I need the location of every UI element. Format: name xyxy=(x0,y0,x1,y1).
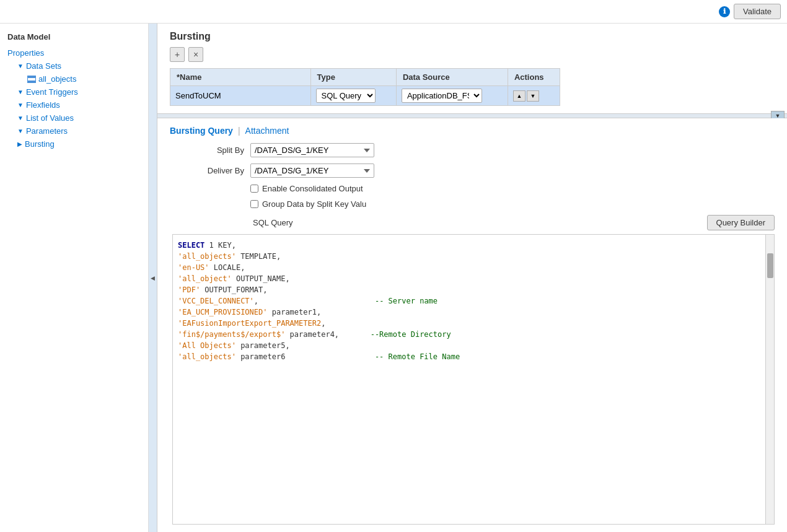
tab-divider: | xyxy=(238,126,240,136)
sidebar-title: Data Model xyxy=(0,30,148,46)
col-header-name: *Name xyxy=(170,69,311,86)
remove-bursting-button[interactable]: × xyxy=(188,47,203,62)
sql-label-row: SQL Query Query Builder xyxy=(170,215,775,230)
sidebar-item-flexfields[interactable]: ▼ Flexfields xyxy=(0,98,148,111)
lov-label: List of Values xyxy=(26,113,74,123)
event-triggers-label: Event Triggers xyxy=(26,87,78,97)
sidebar-item-datasets[interactable]: ▼ Data Sets xyxy=(0,59,148,72)
group-data-label-spacer xyxy=(170,199,244,209)
sql-line-7: 'EA_UCM_PROVISIONED' parameter1, xyxy=(178,307,760,318)
sql-line-8: 'EAFusionImportExport_PARAMETER2, xyxy=(178,318,760,329)
sql-line-6: 'VCC_DEL_CONNECT', -- Server name xyxy=(178,295,760,307)
bursting-table: *Name Type Data Source Actions xyxy=(170,68,560,106)
split-by-label: Split By xyxy=(170,146,244,155)
move-up-button[interactable]: ▲ xyxy=(513,90,525,102)
sql-line-1: SELECT 1 KEY, xyxy=(178,240,760,251)
flexfields-label: Flexfields xyxy=(26,100,60,110)
deliver-by-select[interactable]: /DATA_DS/G_1/KEY xyxy=(250,164,374,178)
row-name-input[interactable] xyxy=(175,91,306,100)
datasets-arrow: ▼ xyxy=(17,63,24,69)
bursting-label: Bursting xyxy=(25,139,55,149)
content-area: Bursting + × *Name Type Data Source Acti… xyxy=(157,24,787,532)
scrollbar-thumb xyxy=(767,253,773,278)
top-bar: ℹ Validate xyxy=(0,0,787,24)
group-data-label: Group Data by Split Key Valu xyxy=(262,199,366,209)
enable-consolidated-row: Enable Consolidated Output xyxy=(170,184,775,193)
sql-scrollbar[interactable] xyxy=(765,235,774,524)
sql-container: SELECT 1 KEY, 'all_objects' TEMPLATE, 'e… xyxy=(172,234,775,525)
col-header-datasource: Data Source xyxy=(396,69,508,86)
validate-button[interactable]: Validate xyxy=(734,4,781,19)
tab-attachment[interactable]: Attachment xyxy=(245,126,289,136)
query-tabs: Bursting Query | Attachment xyxy=(170,126,775,136)
bursting-section: Bursting + × *Name Type Data Source Acti… xyxy=(157,24,787,113)
all-objects-label: all_objects xyxy=(38,74,76,84)
row-name-cell xyxy=(170,86,311,106)
table-icon xyxy=(27,76,36,83)
sidebar: Data Model Properties ▼ Data Sets all_ob… xyxy=(0,24,149,532)
properties-label: Properties xyxy=(7,48,44,58)
section-divider[interactable]: ▼ xyxy=(157,113,787,118)
row-type-cell: SQL Query xyxy=(310,86,396,106)
parameters-arrow: ▼ xyxy=(17,128,24,134)
sql-line-4: 'all_object' OUTPUT_NAME, xyxy=(178,273,760,284)
move-down-button[interactable]: ▼ xyxy=(527,90,539,102)
event-triggers-arrow: ▼ xyxy=(17,89,24,95)
query-section: Bursting Query | Attachment Split By /DA… xyxy=(157,118,787,532)
sidebar-item-all-objects[interactable]: all_objects xyxy=(0,72,148,85)
row-datasource-select[interactable]: ApplicationDB_FS xyxy=(402,89,482,103)
split-by-select[interactable]: /DATA_DS/G_1/KEY xyxy=(250,143,374,157)
bursting-arrow: ▶ xyxy=(17,141,22,147)
sql-line-3: 'en-US' LOCALE, xyxy=(178,262,760,273)
add-bursting-button[interactable]: + xyxy=(170,47,185,62)
col-header-actions: Actions xyxy=(508,69,560,86)
enable-consolidated-label-spacer xyxy=(170,184,244,193)
enable-consolidated-label: Enable Consolidated Output xyxy=(262,184,363,193)
lov-arrow: ▼ xyxy=(17,115,24,121)
deliver-by-label: Deliver By xyxy=(170,166,244,175)
enable-consolidated-checkbox[interactable] xyxy=(250,185,258,193)
sql-line-11: 'all_objects' parameter6 -- Remote File … xyxy=(178,351,760,362)
parameters-label: Parameters xyxy=(26,126,68,136)
action-arrows: ▲ ▼ xyxy=(513,90,555,102)
info-icon[interactable]: ℹ xyxy=(719,6,730,17)
sql-line-10: 'All Objects' parameter5, xyxy=(178,340,760,351)
group-data-checkbox[interactable] xyxy=(250,200,258,208)
sql-content[interactable]: SELECT 1 KEY, 'all_objects' TEMPLATE, 'e… xyxy=(173,235,765,524)
sidebar-item-bursting[interactable]: ▶ Bursting xyxy=(0,137,148,150)
sql-line-2: 'all_objects' TEMPLATE, xyxy=(178,251,760,262)
left-collapse-button[interactable]: ◀ xyxy=(149,24,157,532)
sidebar-item-list-of-values[interactable]: ▼ List of Values xyxy=(0,111,148,124)
tab-bursting-query[interactable]: Bursting Query xyxy=(170,126,233,136)
main-layout: Data Model Properties ▼ Data Sets all_ob… xyxy=(0,24,787,532)
group-data-row: Group Data by Split Key Valu xyxy=(170,199,775,209)
flexfields-arrow: ▼ xyxy=(17,102,24,108)
bursting-toolbar: + × xyxy=(170,47,775,62)
row-type-select[interactable]: SQL Query xyxy=(316,89,376,103)
datasets-label: Data Sets xyxy=(26,61,61,71)
bursting-section-title: Bursting xyxy=(170,31,775,42)
sql-line-9: 'fin$/payments$/export$' parameter4, --R… xyxy=(178,329,760,340)
sidebar-item-properties[interactable]: Properties xyxy=(0,46,148,59)
sidebar-item-event-triggers[interactable]: ▼ Event Triggers xyxy=(0,85,148,98)
row-datasource-cell: ApplicationDB_FS xyxy=(396,86,508,106)
row-actions-cell: ▲ ▼ xyxy=(508,86,560,106)
sql-line-5: 'PDF' OUTPUT_FORMAT, xyxy=(178,284,760,295)
sidebar-item-parameters[interactable]: ▼ Parameters xyxy=(0,124,148,137)
col-header-type: Type xyxy=(310,69,396,86)
sql-label: SQL Query xyxy=(172,218,293,227)
query-builder-button[interactable]: Query Builder xyxy=(707,215,775,230)
split-by-row: Split By /DATA_DS/G_1/KEY xyxy=(170,143,775,157)
table-row[interactable]: SQL Query ApplicationDB_FS ▲ xyxy=(170,86,560,106)
deliver-by-row: Deliver By /DATA_DS/G_1/KEY xyxy=(170,164,775,178)
